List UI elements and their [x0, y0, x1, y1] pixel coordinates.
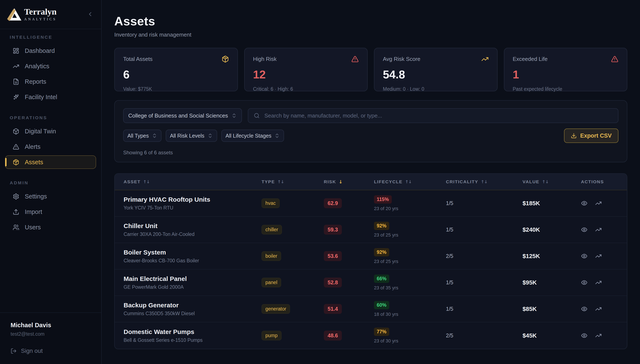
- sidebar-item-analytics[interactable]: Analytics: [5, 60, 96, 73]
- column-label: ACTIONS: [581, 179, 604, 184]
- column-header-lifecycle[interactable]: LIFECYCLE↑↓: [374, 179, 446, 184]
- stat-card-exceeded-life: Exceeded Life 1 Past expected lifecycle: [504, 48, 627, 91]
- sidebar-item-reports[interactable]: Reports: [5, 75, 96, 88]
- asset-value: $185K: [523, 200, 581, 207]
- sidebar-item-dashboard[interactable]: Dashboard: [5, 44, 96, 58]
- table-row[interactable]: Boiler SystemCleaver-Brooks CB-700 Gas B…: [115, 243, 627, 270]
- main-content: Assets Inventory and risk management Tot…: [102, 0, 640, 364]
- table-row[interactable]: Main Electrical PanelGE PowerMark Gold 2…: [115, 270, 627, 296]
- asset-trend-button[interactable]: [595, 306, 602, 312]
- type-badge: boiler: [262, 251, 281, 261]
- brand: Terralyn ANALYTICS: [24, 8, 57, 21]
- trending-up-icon: [481, 56, 489, 63]
- column-header-value[interactable]: VALUE↑↓: [523, 179, 581, 184]
- type-filter-value: All Types: [127, 133, 149, 139]
- stat-label: Total Assets: [123, 56, 153, 62]
- chevrons-up-down-icon: [207, 133, 213, 138]
- lifecycle-years: 23 of 30 yrs: [374, 338, 446, 344]
- sidebar-item-label: Users: [25, 224, 41, 231]
- sidebar-item-import[interactable]: Import: [5, 205, 96, 218]
- view-asset-button[interactable]: [581, 306, 587, 312]
- lifecycle-percent-badge: 115%: [374, 195, 392, 204]
- eye-icon: [581, 226, 587, 233]
- type-badge: chiller: [262, 225, 282, 234]
- trending-up-icon: [595, 200, 602, 206]
- table-row[interactable]: Primary HVAC Rooftop UnitsYork YCIV 75-T…: [115, 190, 627, 217]
- sparkles-icon: [13, 94, 19, 100]
- view-asset-button[interactable]: [581, 253, 587, 259]
- asset-trend-button[interactable]: [595, 226, 602, 233]
- section-label: OPERATIONS: [10, 115, 96, 120]
- asset-name: Chiller Unit: [124, 222, 262, 230]
- criticality-value: 2/5: [446, 253, 523, 259]
- asset-model: Carrier 30XA 200-Ton Air-Cooled: [124, 232, 262, 237]
- lifecycle-filter-value: All Lifecycle Stages: [226, 133, 272, 139]
- criticality-value: 1/5: [446, 200, 523, 206]
- lifecycle-years: 18 of 30 yrs: [374, 312, 446, 317]
- column-header-type[interactable]: TYPE↑↓: [262, 179, 324, 184]
- trending-up-icon: [595, 279, 602, 286]
- brand-subtitle: ANALYTICS: [24, 17, 57, 21]
- building-select[interactable]: College of Business and Social Sciences: [123, 108, 242, 123]
- sidebar-item-assets[interactable]: Assets: [5, 155, 96, 169]
- sidebar-item-digital-twin[interactable]: Digital Twin: [5, 124, 96, 138]
- results-count: Showing 6 of 6 assets: [123, 150, 618, 156]
- asset-trend-button[interactable]: [595, 279, 602, 286]
- sidebar-item-label: Facility Intel: [25, 94, 57, 100]
- type-badge: panel: [262, 278, 281, 287]
- asset-trend-button[interactable]: [595, 200, 602, 206]
- sort-icon: ↑↓: [278, 179, 284, 184]
- table-row[interactable]: Chiller UnitCarrier 30XA 200-Ton Air-Coo…: [115, 217, 627, 243]
- chevrons-up-down-icon: [152, 133, 157, 138]
- chevron-left-icon: [87, 11, 94, 18]
- view-asset-button[interactable]: [581, 226, 587, 233]
- trending-up-icon: [595, 306, 602, 312]
- logout-icon: [11, 348, 17, 354]
- table-row[interactable]: Backup GeneratorCummins C350D5 350kW Die…: [115, 296, 627, 322]
- eye-icon: [581, 253, 587, 259]
- trending-up-icon: [595, 226, 602, 233]
- export-csv-button[interactable]: Export CSV: [564, 128, 618, 143]
- sidebar-item-users[interactable]: Users: [5, 220, 96, 234]
- column-header-risk[interactable]: RISK↓: [324, 179, 374, 184]
- stat-value: 54.8: [383, 68, 489, 81]
- chevrons-up-down-icon: [231, 113, 237, 118]
- stat-card-high-risk: High Risk 12 Critical: 6 · High: 6: [244, 48, 368, 91]
- column-header-criticality[interactable]: CRITICALITY↑↓: [446, 179, 523, 184]
- type-filter-select[interactable]: All Types: [123, 130, 161, 142]
- sidebar-item-label: Assets: [25, 159, 43, 166]
- risk-score-badge: 53.6: [324, 251, 342, 261]
- column-label: LIFECYCLE: [374, 179, 402, 184]
- risk-filter-select[interactable]: All Risk Levels: [166, 130, 217, 142]
- view-asset-button[interactable]: [581, 279, 587, 286]
- sidebar-item-facility-intel[interactable]: Facility Intel: [5, 90, 96, 104]
- asset-model: GE PowerMark Gold 2000A: [124, 284, 262, 290]
- sidebar-item-label: Import: [25, 208, 42, 216]
- column-label: VALUE: [523, 179, 539, 184]
- sidebar-item-alerts[interactable]: Alerts: [5, 140, 96, 154]
- eye-icon: [581, 332, 587, 339]
- asset-trend-button[interactable]: [595, 332, 602, 339]
- sidebar-item-label: Reports: [25, 78, 46, 85]
- type-badge: generator: [262, 304, 290, 314]
- criticality-value: 1/5: [446, 306, 523, 312]
- column-header-asset[interactable]: ASSET↑↓: [124, 179, 262, 184]
- asset-trend-button[interactable]: [595, 253, 602, 259]
- table-row[interactable]: Domestic Water PumpsBell & Gossett Serie…: [115, 322, 627, 349]
- asset-model: Cummins C350D5 350kW Diesel: [124, 311, 262, 316]
- sign-out-button[interactable]: Sign out: [11, 348, 43, 354]
- search-input[interactable]: [264, 112, 612, 119]
- lifecycle-percent-badge: 92%: [374, 248, 389, 256]
- lifecycle-percent-badge: 92%: [374, 222, 389, 230]
- view-asset-button[interactable]: [581, 200, 587, 206]
- sidebar-item-label: Dashboard: [25, 47, 55, 54]
- view-asset-button[interactable]: [581, 332, 587, 339]
- stats-row: Total Assets 6 Value: $775K High Risk 12…: [114, 48, 627, 91]
- asset-value: $240K: [523, 226, 581, 233]
- alert-triangle-icon: [611, 56, 618, 63]
- criticality-value: 1/5: [446, 280, 523, 286]
- sidebar-collapse-button[interactable]: [87, 11, 94, 18]
- sidebar-item-settings[interactable]: Settings: [5, 190, 96, 203]
- page-title: Assets: [114, 14, 627, 28]
- lifecycle-filter-select[interactable]: All Lifecycle Stages: [221, 130, 284, 142]
